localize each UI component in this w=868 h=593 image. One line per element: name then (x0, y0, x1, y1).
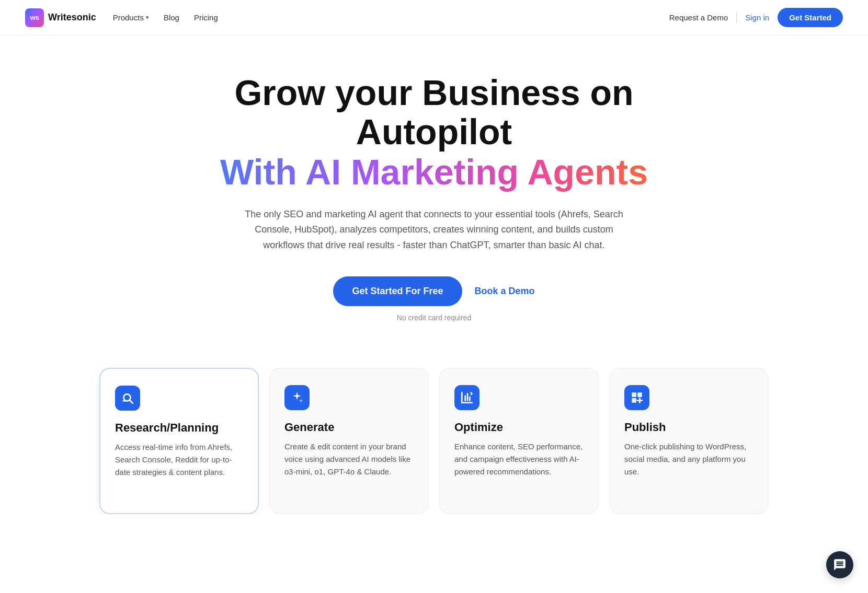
hero-ctas: Get Started For Free Book a Demo (172, 276, 696, 306)
logo-icon: ws (25, 8, 44, 27)
hero-title-line1: Grow your Business on Autopilot (172, 73, 696, 152)
hero-subtitle: The only SEO and marketing AI agent that… (235, 207, 633, 253)
nav-left: ws Writesonic Products ▾ Blog Pricing (25, 8, 218, 27)
request-demo-link[interactable]: Request a Demo (669, 13, 728, 22)
navbar: ws Writesonic Products ▾ Blog Pricing Re… (0, 0, 868, 36)
svg-rect-1 (632, 392, 636, 397)
card-optimize[interactable]: Optimize Enhance content, SEO performanc… (439, 368, 599, 514)
cards-grid: Research/Planning Access real-time info … (99, 368, 769, 514)
hero-section: Grow your Business on Autopilot With AI … (146, 36, 722, 343)
card-title-publish: Publish (624, 421, 753, 434)
sign-in-link[interactable]: Sign in (745, 13, 769, 22)
card-desc-generate: Create & edit content in your brand voic… (284, 440, 414, 478)
nav-pricing[interactable]: Pricing (194, 13, 218, 22)
sparkle-icon (284, 385, 310, 410)
card-desc-publish: One-click publishing to WordPress, socia… (624, 440, 753, 478)
brand-name: Writesonic (48, 12, 96, 23)
nav-right: Request a Demo Sign in Get Started (669, 8, 843, 27)
card-research[interactable]: Research/Planning Access real-time info … (99, 368, 259, 514)
card-publish[interactable]: Publish One-click publishing to WordPres… (609, 368, 769, 514)
logo[interactable]: ws Writesonic (25, 8, 96, 27)
nav-links: Products ▾ Blog Pricing (113, 13, 218, 22)
svg-rect-0 (122, 400, 127, 401)
chevron-down-icon: ▾ (146, 14, 149, 21)
get-started-hero-button[interactable]: Get Started For Free (333, 276, 462, 306)
no-cc-text: No credit card required (172, 313, 696, 322)
book-demo-link[interactable]: Book a Demo (475, 286, 535, 297)
nav-products[interactable]: Products ▾ (113, 13, 149, 22)
feature-cards-section: Research/Planning Access real-time info … (0, 343, 868, 514)
search-icon (115, 386, 140, 411)
card-generate[interactable]: Generate Create & edit content in your b… (269, 368, 429, 514)
hero-title-line2: With AI Marketing Agents (172, 152, 696, 192)
svg-rect-3 (632, 398, 636, 403)
get-started-nav-button[interactable]: Get Started (778, 8, 843, 27)
card-title-generate: Generate (284, 421, 414, 434)
card-title-optimize: Optimize (454, 421, 584, 434)
card-desc-research: Access real-time info from Ahrefs, Searc… (115, 441, 243, 479)
card-title-research: Research/Planning (115, 421, 243, 435)
nav-divider (736, 13, 737, 23)
svg-rect-2 (637, 392, 642, 397)
publish-icon (624, 385, 649, 410)
nav-blog[interactable]: Blog (164, 13, 179, 22)
card-desc-optimize: Enhance content, SEO performance, and ca… (454, 440, 584, 478)
chart-icon (454, 385, 479, 410)
